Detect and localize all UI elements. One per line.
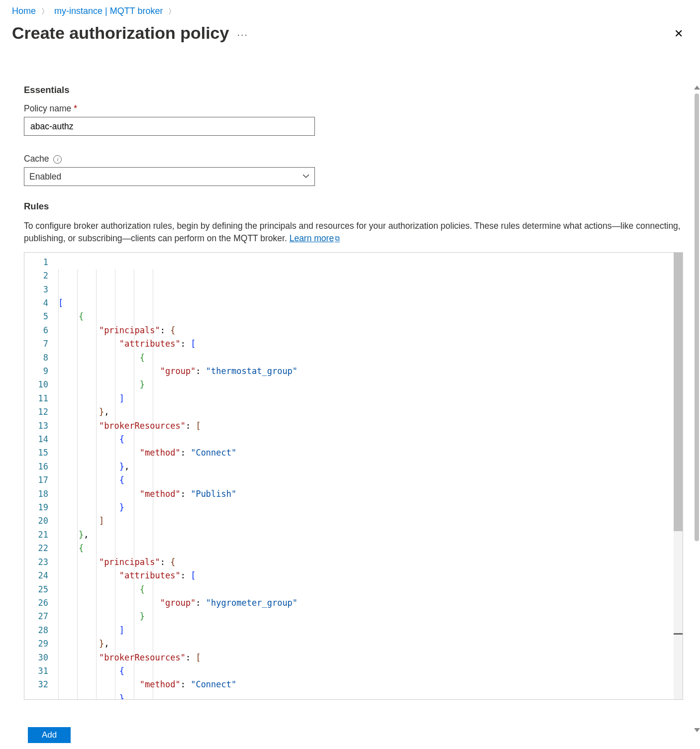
policy-name-input-wrap bbox=[24, 117, 315, 136]
learn-more-link[interactable]: Learn more⧉ bbox=[290, 233, 340, 243]
rules-heading: Rules bbox=[24, 201, 683, 212]
content-scroll[interactable]: Essentials Policy name * Cache i Enabled… bbox=[12, 70, 688, 749]
page-title: Create authorization policy bbox=[12, 23, 229, 43]
policy-name-input[interactable] bbox=[29, 121, 309, 132]
chevron-down-icon bbox=[302, 172, 309, 182]
external-link-icon: ⧉ bbox=[335, 234, 340, 242]
editor-gutter: 1 2 3 4 5 6 7 8 9 10 11 12 13 14 15 16 1… bbox=[24, 253, 56, 699]
cache-value: Enabled bbox=[29, 172, 61, 182]
add-button[interactable]: Add bbox=[28, 727, 71, 743]
panel-scrollbar[interactable] bbox=[693, 86, 700, 732]
rules-json-editor[interactable]: 1 2 3 4 5 6 7 8 9 10 11 12 13 14 15 16 1… bbox=[24, 252, 683, 700]
panel-scrollbar-thumb[interactable] bbox=[695, 94, 699, 541]
chevron-right-icon: 〉 bbox=[168, 7, 176, 15]
rules-description: To configure broker authorization rules,… bbox=[24, 220, 683, 245]
more-icon[interactable]: ··· bbox=[237, 22, 248, 40]
cache-select[interactable]: Enabled bbox=[24, 167, 315, 186]
scroll-down-icon[interactable] bbox=[694, 728, 700, 732]
breadcrumb-home[interactable]: Home bbox=[12, 6, 36, 16]
close-icon[interactable]: ✕ bbox=[674, 22, 688, 40]
scroll-up-icon[interactable] bbox=[694, 86, 700, 90]
cache-label: Cache i bbox=[24, 154, 683, 164]
breadcrumb: Home 〉 my-instance | MQTT broker 〉 bbox=[0, 0, 700, 19]
info-icon[interactable]: i bbox=[53, 155, 62, 164]
policy-name-label: Policy name * bbox=[24, 103, 683, 114]
chevron-right-icon: 〉 bbox=[41, 7, 49, 15]
breadcrumb-instance[interactable]: my-instance | MQTT broker bbox=[54, 6, 163, 16]
editor-code[interactable]: [ { "principals": { "attributes": [ { "g… bbox=[56, 253, 683, 699]
essentials-heading: Essentials bbox=[24, 85, 683, 95]
